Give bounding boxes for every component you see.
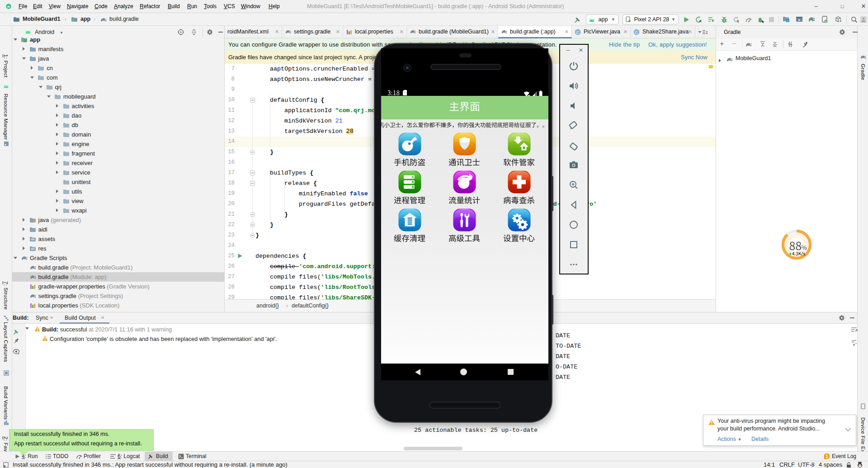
svg-text:C: C xyxy=(635,30,638,35)
svg-text:2: 2 xyxy=(706,30,708,35)
svg-text:A: A xyxy=(699,19,702,23)
svg-text:1: 1 xyxy=(826,454,828,459)
svg-text:C: C xyxy=(576,30,580,35)
